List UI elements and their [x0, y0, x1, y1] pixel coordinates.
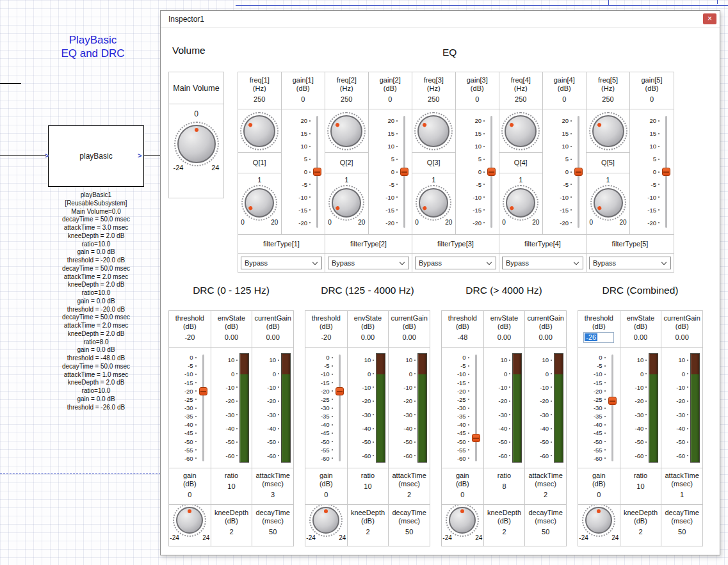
- freq-unit: (Hz): [325, 84, 368, 93]
- attacktime-value: 2: [525, 490, 566, 499]
- tick: 0: [390, 367, 417, 380]
- envstate-header-cell: envState (dB) 0.00: [347, 311, 389, 347]
- decaytime-value: 50: [661, 527, 702, 536]
- tick: -5: [370, 178, 400, 191]
- freq-value: 250: [586, 95, 629, 104]
- freq-knob[interactable]: [592, 115, 624, 147]
- filtertype-dropdown[interactable]: Bypass: [328, 257, 409, 269]
- freq-knob[interactable]: [505, 115, 537, 147]
- q-knob-cell: 1 0 20: [412, 173, 456, 235]
- filtertype-label-cell: filterType[5]: [586, 235, 674, 254]
- filtertype-dropdown[interactable]: Bypass: [415, 257, 496, 269]
- envstate-label: envState: [484, 314, 525, 322]
- tick: -10: [349, 381, 376, 394]
- tick: 0: [370, 166, 400, 179]
- tick: -20: [526, 394, 553, 408]
- ratio-value: 10: [620, 482, 661, 491]
- threshold-slider-cell: 0-5-10-15-20-25-30-35-40-45-50-55-60: [305, 347, 347, 468]
- filtertype-combo-cell: Bypass: [412, 254, 499, 272]
- freq-unit: (Hz): [586, 84, 629, 93]
- gain-value: 0: [578, 490, 620, 499]
- freq-knob[interactable]: [330, 115, 362, 147]
- q-value: 1: [238, 175, 281, 184]
- threshold-unit: (dB): [305, 322, 347, 331]
- tick: -60: [443, 454, 471, 463]
- drc-gain-knob[interactable]: [176, 507, 203, 534]
- currentgain-meter-cell: 100-10-20-30-40-50-60: [661, 347, 702, 468]
- knob-indicator-dot: [597, 205, 602, 211]
- currentgain-label: currentGain: [661, 314, 702, 322]
- gain-slider-handle[interactable]: [574, 168, 583, 176]
- gain-unit: (dB): [543, 84, 586, 93]
- tick: 20: [631, 115, 661, 127]
- threshold-slider-handle[interactable]: [199, 387, 207, 395]
- tick: -50: [307, 438, 334, 446]
- drc-gain-knob[interactable]: [449, 507, 476, 534]
- q-header-cell: Q[1]: [238, 153, 282, 173]
- kneedepth-label: kneeDepth: [348, 509, 389, 517]
- threshold-value-field[interactable]: -26: [584, 333, 613, 342]
- gain-slider-handle[interactable]: [313, 168, 321, 176]
- tick: -20: [349, 394, 376, 408]
- threshold-value-field[interactable]: -48: [442, 333, 483, 342]
- currentgain-unit: (dB): [525, 322, 566, 331]
- gain-slider-cell: 20151050-5-10-15-20: [630, 109, 674, 235]
- boundary-tick: [717, 0, 718, 4]
- threshold-slider-cell: 0-5-10-15-20-25-30-35-40-45-50-55-60: [578, 347, 620, 468]
- currentgain-unit: (dB): [252, 322, 293, 331]
- drc-table: threshold (dB) -26 envState (dB) 0.00: [578, 310, 703, 546]
- knob-min-label: 0: [502, 219, 506, 226]
- envstate-value: 0.00: [620, 333, 661, 342]
- drc-gain-knob-cell: -24 24: [442, 504, 483, 546]
- drc-gain-knob[interactable]: [585, 507, 612, 534]
- tick: 0: [283, 166, 312, 179]
- gain-slider-handle[interactable]: [662, 168, 670, 176]
- threshold-value-field[interactable]: -20: [305, 333, 347, 342]
- q-knob[interactable]: [332, 188, 361, 218]
- tick: -20: [544, 216, 574, 229]
- tick: -45: [170, 429, 198, 437]
- freq-knob[interactable]: [243, 115, 275, 147]
- threshold-slider-handle[interactable]: [336, 387, 344, 395]
- q-value: 1: [586, 175, 629, 184]
- tick: -20: [254, 394, 280, 408]
- threshold-slider-groove: [611, 354, 613, 461]
- gain-slider-cell: 20151050-5-10-15-20: [369, 109, 412, 235]
- gain-unit: (dB): [169, 480, 211, 488]
- filtertype-dropdown[interactable]: Bypass: [241, 257, 322, 269]
- main-volume-knob[interactable]: [177, 125, 216, 163]
- gain-label: gain[5]: [630, 76, 674, 84]
- close-icon[interactable]: ×: [703, 13, 716, 24]
- filtertype-label: filterType[1]: [263, 240, 300, 248]
- window-titlebar[interactable]: Inspector1 ×: [161, 11, 720, 28]
- tick: 20: [544, 115, 574, 127]
- gain-header-cell: gain[4] (dB) 0: [543, 72, 586, 109]
- tick: 10: [283, 140, 312, 153]
- drc-gain-knob[interactable]: [312, 507, 339, 534]
- tick: -10: [254, 381, 280, 394]
- gain-slider-handle[interactable]: [400, 168, 408, 176]
- playbasic-block[interactable]: playBasic: [48, 125, 144, 187]
- q-knob[interactable]: [594, 188, 623, 218]
- tick: -50: [579, 438, 607, 446]
- knob-min-label: -24: [174, 164, 184, 171]
- gain-slider-handle[interactable]: [487, 168, 496, 176]
- gain-param-cell: gain (dB) 0: [442, 468, 483, 504]
- freq-knob[interactable]: [417, 115, 449, 147]
- filtertype-dropdown[interactable]: Bypass: [589, 257, 671, 269]
- freq-label: freq[3]: [412, 76, 455, 84]
- freq-label: freq[4]: [499, 76, 542, 84]
- tick: 0: [170, 353, 198, 362]
- q-knob[interactable]: [506, 188, 535, 218]
- kneedepth-unit: (dB): [211, 517, 252, 525]
- threshold-slider-handle[interactable]: [472, 434, 480, 442]
- filtertype-dropdown[interactable]: Bypass: [502, 257, 583, 269]
- currentgain-meter: [281, 353, 291, 463]
- q-knob[interactable]: [419, 188, 448, 218]
- threshold-slider-handle[interactable]: [608, 397, 617, 405]
- attacktime-param-cell: attackTime (msec) 3: [252, 468, 293, 504]
- threshold-value-field[interactable]: -20: [169, 333, 211, 342]
- model-title-line1: PlayBasic: [35, 33, 150, 47]
- gain-value: 0: [442, 490, 483, 499]
- q-knob[interactable]: [245, 188, 274, 218]
